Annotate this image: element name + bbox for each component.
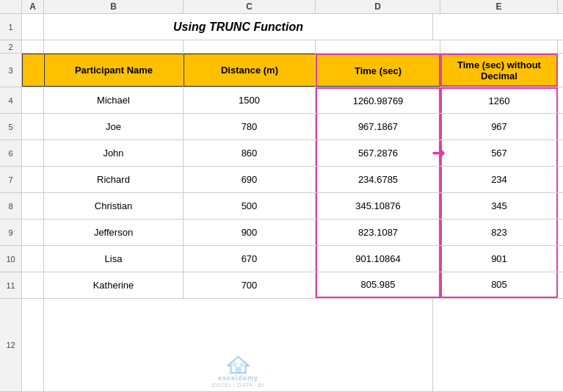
row-11: 11 Katherine 700 805.985 805	[0, 272, 563, 299]
watermark: exceldemy EXCEL · DATA · BI	[212, 355, 264, 388]
col-a-header: A	[22, 0, 44, 13]
cell-a6	[22, 140, 44, 166]
col-d-header: D	[316, 0, 440, 13]
row-num-11: 11	[0, 272, 22, 298]
cell-d11: 805.985	[316, 272, 440, 298]
cell-b6: John	[44, 140, 184, 166]
row-num-2: 2	[0, 40, 22, 53]
cell-a3	[22, 54, 44, 87]
row-num-8: 8	[0, 193, 22, 219]
watermark-tagline: EXCEL · DATA · BI	[212, 382, 264, 388]
row-2: 2	[0, 40, 563, 54]
header-time-nodec: Time (sec) without Decimal	[440, 54, 558, 87]
cell-b11: Katherine	[44, 272, 184, 298]
cell-d9: 823.1087	[316, 219, 440, 245]
cell-e10: 901	[440, 246, 558, 272]
cell-a10	[22, 246, 44, 272]
cell-e7: 234	[440, 167, 558, 192]
row-9: 9 Jefferson 900 823.1087 823	[0, 219, 563, 246]
row-3: 3 Participant Name Distance (m) Time (se…	[0, 54, 563, 87]
cell-e9: 823	[440, 219, 558, 245]
cell-d7: 234.6785	[316, 167, 440, 192]
cell-a2	[22, 40, 44, 53]
header-distance: Distance (m)	[184, 54, 316, 87]
row-num-7: 7	[0, 167, 22, 192]
cell-e6: 567	[440, 140, 558, 166]
svg-rect-3	[239, 363, 244, 367]
cell-c11: 700	[184, 272, 316, 298]
row-1: 1 Using TRUNC Function	[0, 14, 563, 40]
row-num-12: 12	[0, 299, 22, 391]
cell-c10: 670	[184, 246, 316, 272]
cell-a12	[22, 299, 44, 391]
row-num-10: 10	[0, 246, 22, 272]
row-8: 8 Christian 500 345.10876 345	[0, 193, 563, 219]
row-12: 12 exceldemy EXCEL · DATA · BI	[0, 299, 563, 392]
row-num-4: 4	[0, 87, 22, 113]
row-4: 4 Michael 1500 1260.98769 1260	[0, 87, 563, 114]
cell-e8: 345	[440, 193, 558, 219]
row-5: 5 Joe 780 967.1867 967	[0, 114, 563, 140]
col-e-header: E	[440, 0, 558, 13]
cell-c8: 500	[184, 193, 316, 219]
cell-d5: 967.1867	[316, 114, 440, 139]
cell-b5: Joe	[44, 114, 184, 139]
cell-c2	[184, 40, 316, 53]
exceldemy-logo-icon	[226, 355, 250, 374]
svg-rect-1	[235, 367, 241, 373]
row-num-3: 3	[0, 54, 22, 87]
cell-title: Using TRUNC Function	[44, 14, 433, 40]
cell-e2	[440, 40, 558, 53]
row-num-6: 6	[0, 140, 22, 166]
row-num-9: 9	[0, 219, 22, 245]
header-participant: Participant Name	[44, 54, 184, 87]
cell-d10: 901.10864	[316, 246, 440, 272]
cell-c4: 1500	[184, 87, 316, 113]
cell-d8: 345.10876	[316, 193, 440, 219]
cell-c9: 900	[184, 219, 316, 245]
cell-a9	[22, 219, 44, 245]
cell-a7	[22, 167, 44, 192]
cell-d4: 1260.98769	[316, 87, 440, 113]
cell-d2	[316, 40, 440, 53]
cell-d6: 567.2876	[316, 140, 440, 166]
cell-b8: Christian	[44, 193, 184, 219]
col-c-header: C	[184, 0, 316, 13]
cell-a5	[22, 114, 44, 139]
cell-a1	[22, 14, 44, 40]
row-7: 7 Richard 690 234.6785 234	[0, 167, 563, 193]
cell-a8	[22, 193, 44, 219]
cell-e11: 805	[440, 272, 558, 298]
cell-b10: Lisa	[44, 246, 184, 272]
col-headers: A B C D E	[0, 0, 563, 14]
row-10: 10 Lisa 670 901.10864 901	[0, 246, 563, 272]
cell-b9: Jefferson	[44, 219, 184, 245]
col-b-header: B	[44, 0, 184, 13]
row-num-5: 5	[0, 114, 22, 139]
cell-a4	[22, 87, 44, 113]
row-num-1: 1	[0, 14, 22, 40]
cell-b2	[44, 40, 184, 53]
cell-c6: 860	[184, 140, 316, 166]
svg-rect-2	[232, 363, 236, 367]
cell-b12-merged: exceldemy EXCEL · DATA · BI	[44, 299, 433, 391]
header-time: Time (sec)	[316, 54, 440, 87]
row-6: 6 John 860 567.2876 ➜ 567	[0, 140, 563, 167]
cell-c7: 690	[184, 167, 316, 192]
watermark-name: exceldemy	[218, 374, 258, 382]
cell-b7: Richard	[44, 167, 184, 192]
spreadsheet: A B C D E 1 Using TRUNC Function 2 3 Par…	[0, 0, 563, 392]
cell-c5: 780	[184, 114, 316, 139]
cell-e5: 967	[440, 114, 558, 139]
cell-b4: Michael	[44, 87, 184, 113]
row-num-header	[0, 0, 22, 13]
cell-a11	[22, 272, 44, 298]
cell-e4: 1260	[440, 87, 558, 113]
rows-area: 1 Using TRUNC Function 2 3 Participant N…	[0, 14, 563, 392]
